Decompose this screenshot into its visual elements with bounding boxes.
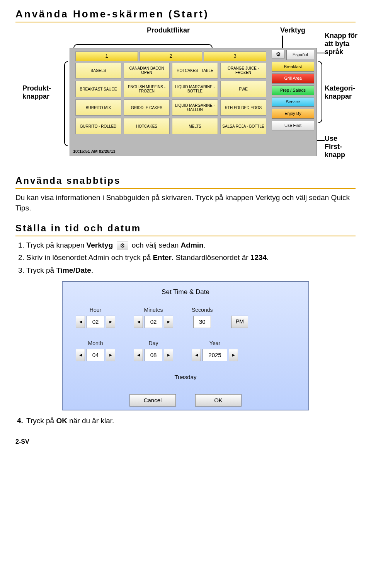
step2-post: . Standardlösenordet är — [172, 253, 250, 262]
language-button[interactable]: Español — [286, 50, 314, 60]
cancel-button[interactable]: Cancel — [129, 394, 176, 407]
month-down[interactable]: ◂ — [76, 349, 85, 361]
seconds-value: 30 — [193, 316, 211, 328]
home-screen: BAGELS CANADIAN BACON OPEN HOTCAKES - TA… — [70, 48, 317, 156]
month-up[interactable]: ▸ — [106, 349, 115, 361]
callout-uf-line2: knapp — [325, 151, 345, 159]
day-down[interactable]: ◂ — [134, 349, 143, 361]
step2-bold: Enter — [153, 253, 172, 262]
step3-bold: Time/Date — [56, 266, 91, 274]
side-column: ⚙ Español Breakfast Grill Area Prep / Sa… — [272, 50, 314, 130]
step-1: Tryck på knappen Verktyg ⚙ och välj seda… — [26, 240, 356, 251]
product-button[interactable]: MELTS — [172, 118, 218, 134]
seconds-label: Seconds — [192, 306, 213, 314]
step4-bold: OK — [56, 417, 67, 425]
steps-list-continued: Tryck på OK när du är klar. — [26, 416, 356, 426]
step4-pre: Tryck på — [26, 417, 56, 425]
product-button[interactable]: LIQUID MARGARINE - BOTTLE — [172, 81, 218, 97]
timeDate-heading: Ställa in tid och datum — [15, 222, 356, 236]
callout-lang-line2: att byta — [325, 40, 349, 48]
home-screen-diagram: Produktflikar Verktyg Knapp för att byta… — [15, 26, 356, 166]
callout-tools: Verktyg — [280, 26, 305, 34]
tools-icon[interactable]: ⚙ — [272, 50, 285, 58]
callout-lang-line3: språk — [325, 48, 343, 56]
callout-language-button: Knapp för att byta språk — [325, 32, 371, 56]
year-up[interactable]: ▸ — [229, 349, 238, 361]
day-value: 08 — [145, 349, 162, 361]
month-value: 04 — [87, 349, 104, 361]
step2-period: . — [267, 253, 269, 262]
ampm-spacer — [239, 306, 241, 314]
year-label: Year — [209, 340, 220, 347]
dialog-title: Set Time & Date — [72, 287, 299, 297]
product-button[interactable]: GRIDDLE CAKES — [124, 99, 170, 116]
set-time-date-dialog: Set Time & Date Hour ◂ 02 ▸ Minutes ◂ 02… — [62, 281, 309, 410]
step1-pre: Tryck på knappen — [26, 241, 87, 249]
category-enjoy[interactable]: Enjoy By — [272, 109, 314, 118]
product-tab[interactable]: 2 — [140, 51, 202, 61]
step2-pre: Skriv in lösenordet Admin och tryck på — [26, 253, 153, 262]
minutes-label: Minutes — [144, 306, 163, 314]
product-button[interactable]: PWE — [220, 81, 266, 97]
step1-bold2: Admin — [181, 241, 204, 249]
callout-prod-line1: Produkt- — [22, 84, 51, 92]
step1-post: och välj sedan — [130, 241, 181, 249]
product-tab[interactable]: 3 — [204, 51, 266, 61]
page-number: 2-SV — [15, 438, 356, 446]
callout-cat-line1: Kategori- — [325, 84, 355, 92]
product-button[interactable]: BREAKFAST SAUCE — [75, 81, 121, 97]
step4-post: när du är klar. — [67, 417, 114, 425]
day-up[interactable]: ▸ — [164, 349, 173, 361]
callout-cat-line2: knappar — [325, 92, 352, 100]
product-button[interactable]: SALSA ROJA - BOTTLE — [220, 118, 266, 134]
category-service[interactable]: Service — [272, 97, 314, 107]
steps-list: Tryck på knappen Verktyg ⚙ och välj seda… — [26, 240, 356, 276]
ampm-toggle[interactable]: PM — [231, 316, 248, 328]
year-down[interactable]: ◂ — [192, 349, 201, 361]
tools-icon: ⚙ — [117, 241, 128, 250]
minutes-up[interactable]: ▸ — [164, 316, 173, 328]
product-button[interactable]: HOTCAKES — [124, 118, 170, 134]
use-first-button[interactable]: Use First — [272, 121, 314, 130]
seconds-group: Seconds 30 — [192, 306, 213, 328]
product-tab[interactable]: 1 — [75, 51, 138, 61]
category-breakfast[interactable]: Breakfast — [272, 62, 314, 72]
step-2: Skriv in lösenordet Admin och tryck på E… — [26, 253, 356, 263]
ampm-group: PM — [231, 306, 248, 328]
callout-prod-line2: knappar — [22, 92, 49, 100]
step3-period: . — [91, 266, 93, 274]
hour-group: Hour ◂ 02 ▸ — [76, 306, 115, 328]
callout-lang-line1: Knapp för — [325, 32, 357, 39]
product-button[interactable]: BURRITO - ROLLED — [75, 118, 121, 134]
product-button[interactable]: CANADIAN BACON OPEN — [124, 62, 170, 79]
year-group: Year ◂ 2025 ▸ — [192, 340, 238, 361]
minutes-group: Minutes ◂ 02 ▸ — [134, 306, 173, 328]
step3-pre: Tryck på — [26, 266, 56, 274]
product-button[interactable]: HOTCAKES - TABLE — [172, 62, 218, 79]
step1-period: . — [204, 241, 206, 249]
timestamp: 10:15:51 AM 02/28/13 — [73, 149, 116, 154]
hour-label: Hour — [90, 306, 101, 314]
snabbtips-paragraph: Du kan visa informationen i Snabbguiden … — [15, 193, 356, 213]
category-grill[interactable]: Grill Area — [272, 74, 314, 83]
product-button[interactable]: BAGELS — [75, 62, 121, 79]
hour-down[interactable]: ◂ — [76, 316, 85, 328]
step2-bold2: 1234 — [250, 253, 267, 262]
step-4: Tryck på OK när du är klar. — [26, 416, 356, 426]
page-title: Använda Home-skärmen (Start) — [15, 7, 356, 22]
product-button[interactable]: ENGLISH MUFFINS - FROZEN — [124, 81, 170, 97]
step-3: Tryck på Time/Date. — [26, 265, 356, 276]
year-value: 2025 — [203, 349, 227, 361]
hour-value: 02 — [87, 316, 104, 328]
callout-product-tabs: Produktflikar — [147, 26, 190, 34]
callout-usefirst: Use First- knapp — [325, 135, 356, 159]
month-group: Month ◂ 04 ▸ — [76, 340, 115, 361]
product-button[interactable]: BURRITO MIX — [75, 99, 121, 116]
category-prep[interactable]: Prep / Salads — [272, 85, 314, 95]
ok-button[interactable]: OK — [195, 394, 242, 407]
hour-up[interactable]: ▸ — [106, 316, 115, 328]
product-button[interactable]: ORANGE JUICE - FROZEN — [220, 62, 266, 79]
minutes-down[interactable]: ◂ — [134, 316, 143, 328]
product-button[interactable]: LIQUID MARGARINE - GALLON — [172, 99, 218, 116]
product-button[interactable]: RTH FOLDED EGGS — [220, 99, 266, 116]
